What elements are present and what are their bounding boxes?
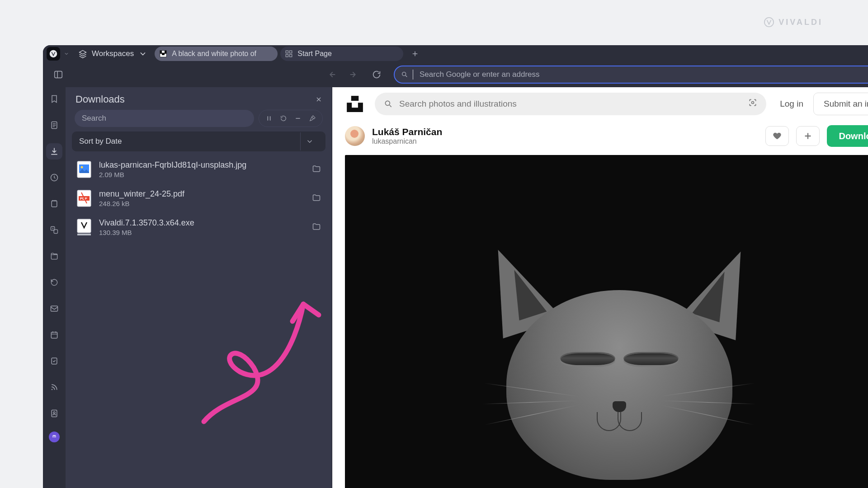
tasks-icon bbox=[50, 357, 59, 366]
download-item[interactable]: Vivaldi.7.1.3570.3.x64.exe 130.39 MB bbox=[72, 213, 326, 242]
new-tab-button[interactable] bbox=[409, 47, 421, 60]
svg-rect-33 bbox=[351, 96, 359, 101]
tab-active[interactable]: A black and white photo of bbox=[155, 47, 278, 61]
vivaldi-menu-chevron[interactable] bbox=[64, 51, 69, 56]
address-input[interactable]: Search Google or enter an address bbox=[394, 66, 868, 84]
svg-rect-31 bbox=[77, 219, 91, 233]
rail-translate[interactable]: A bbox=[46, 222, 62, 238]
submit-image-button[interactable]: Submit an imag bbox=[813, 93, 868, 115]
grid-favicon-icon bbox=[285, 50, 293, 58]
clear-button[interactable] bbox=[305, 111, 320, 126]
workspaces-icon bbox=[78, 49, 87, 58]
tab-label: Start Page bbox=[297, 50, 332, 58]
downloads-list: lukas-parnican-FqrbIJd81qI-unsplash.jpg … bbox=[66, 151, 332, 245]
svg-point-22 bbox=[52, 389, 53, 390]
folder-icon bbox=[312, 222, 321, 231]
vivaldi-menu-button[interactable] bbox=[47, 47, 60, 61]
download-item[interactable]: PDF menu_winter_24-25.pdf 248.26 kB bbox=[72, 184, 326, 213]
rail-downloads[interactable] bbox=[46, 143, 62, 160]
author-username[interactable]: lukasparnican bbox=[372, 137, 442, 145]
image-file-icon bbox=[76, 160, 92, 178]
add-to-collection-button[interactable] bbox=[796, 126, 820, 146]
author-bar: Lukáš Parničan lukasparnican Download bbox=[332, 121, 868, 155]
visual-search-button[interactable] bbox=[748, 98, 760, 110]
panel-close-button[interactable] bbox=[316, 94, 322, 105]
login-link[interactable]: Log in bbox=[780, 99, 803, 109]
sort-selector[interactable]: Sort by Date bbox=[72, 131, 326, 151]
downloads-panel: Downloads Search Sort by Date bbox=[66, 87, 332, 488]
nav-forward-button[interactable] bbox=[346, 66, 362, 83]
plus-icon bbox=[411, 50, 419, 58]
pause-icon bbox=[265, 115, 273, 122]
exe-file-icon bbox=[76, 218, 92, 236]
tab-start-page[interactable]: Start Page bbox=[280, 47, 403, 61]
svg-rect-19 bbox=[51, 306, 58, 311]
main-photo[interactable] bbox=[345, 155, 868, 488]
vivaldi-watermark: VIVALDI bbox=[764, 17, 823, 27]
tab-strip: Workspaces A black and white photo of St… bbox=[43, 45, 868, 62]
calendar-icon bbox=[50, 330, 59, 339]
web-page: Search photos and illustrations Log in S… bbox=[332, 87, 868, 488]
history-icon bbox=[50, 173, 59, 182]
svg-rect-3 bbox=[162, 51, 165, 53]
heart-icon bbox=[772, 131, 782, 141]
rail-contacts[interactable] bbox=[46, 405, 62, 422]
svg-text:A: A bbox=[52, 227, 54, 230]
reading-list-icon bbox=[50, 121, 59, 130]
restart-button[interactable] bbox=[276, 111, 291, 126]
svg-point-1 bbox=[50, 50, 57, 57]
workspaces-label: Workspaces bbox=[92, 49, 134, 58]
rail-tasks[interactable] bbox=[46, 353, 62, 369]
browser-window: Workspaces A black and white photo of St… bbox=[43, 45, 868, 488]
downloads-search-input[interactable]: Search bbox=[75, 110, 254, 127]
rail-reading-list[interactable] bbox=[46, 117, 62, 133]
download-image-button[interactable]: Download bbox=[827, 125, 868, 147]
annotation-arrow-icon bbox=[190, 282, 335, 435]
download-item[interactable]: lukas-parnican-FqrbIJd81qI-unsplash.jpg … bbox=[72, 155, 326, 184]
rail-bookmarks[interactable] bbox=[46, 91, 62, 107]
svg-rect-20 bbox=[51, 332, 57, 338]
show-in-folder-button[interactable] bbox=[312, 222, 321, 233]
rail-window[interactable] bbox=[46, 248, 62, 264]
mastodon-icon bbox=[51, 434, 57, 440]
unsplash-logo-icon[interactable] bbox=[345, 94, 365, 114]
panel-title: Downloads bbox=[75, 94, 125, 105]
reload-button[interactable] bbox=[368, 66, 385, 83]
svg-rect-32 bbox=[77, 234, 91, 235]
rail-mastodon[interactable] bbox=[49, 432, 60, 442]
pdf-file-icon: PDF bbox=[76, 189, 92, 207]
rail-notes[interactable] bbox=[46, 196, 62, 212]
contacts-icon bbox=[50, 409, 59, 418]
address-placeholder: Search Google or enter an address bbox=[420, 70, 540, 79]
restart-icon bbox=[280, 115, 287, 122]
rail-sessions[interactable] bbox=[46, 274, 62, 291]
svg-point-34 bbox=[385, 101, 390, 105]
rail-mail[interactable] bbox=[46, 300, 62, 317]
cat-illustration bbox=[475, 240, 764, 488]
nav-back-button[interactable] bbox=[323, 66, 340, 83]
unsplash-favicon-icon bbox=[159, 50, 167, 58]
site-header: Search photos and illustrations Log in S… bbox=[332, 87, 868, 121]
close-icon bbox=[316, 96, 322, 103]
rail-history[interactable] bbox=[46, 169, 62, 186]
workspaces-selector[interactable]: Workspaces bbox=[78, 49, 147, 58]
chevron-down-icon bbox=[64, 51, 69, 56]
show-in-folder-button[interactable] bbox=[312, 193, 321, 204]
rail-feeds[interactable] bbox=[46, 379, 62, 395]
svg-rect-6 bbox=[286, 51, 288, 53]
remove-button[interactable] bbox=[291, 111, 305, 126]
site-search-input[interactable]: Search photos and illustrations bbox=[375, 93, 766, 115]
author-avatar[interactable] bbox=[345, 126, 365, 146]
like-button[interactable] bbox=[765, 126, 789, 146]
svg-point-12 bbox=[402, 72, 406, 76]
address-toolbar: Search Google or enter an address bbox=[43, 62, 868, 87]
download-controls bbox=[259, 110, 323, 127]
show-in-folder-button[interactable] bbox=[312, 164, 321, 175]
bookmark-icon bbox=[50, 94, 59, 103]
translate-icon: A bbox=[50, 225, 59, 235]
rail-calendar[interactable] bbox=[46, 327, 62, 343]
svg-point-27 bbox=[81, 166, 83, 169]
panel-toggle-button[interactable] bbox=[50, 66, 66, 83]
pause-button[interactable] bbox=[262, 111, 276, 126]
author-name[interactable]: Lukáš Parničan bbox=[372, 127, 442, 137]
